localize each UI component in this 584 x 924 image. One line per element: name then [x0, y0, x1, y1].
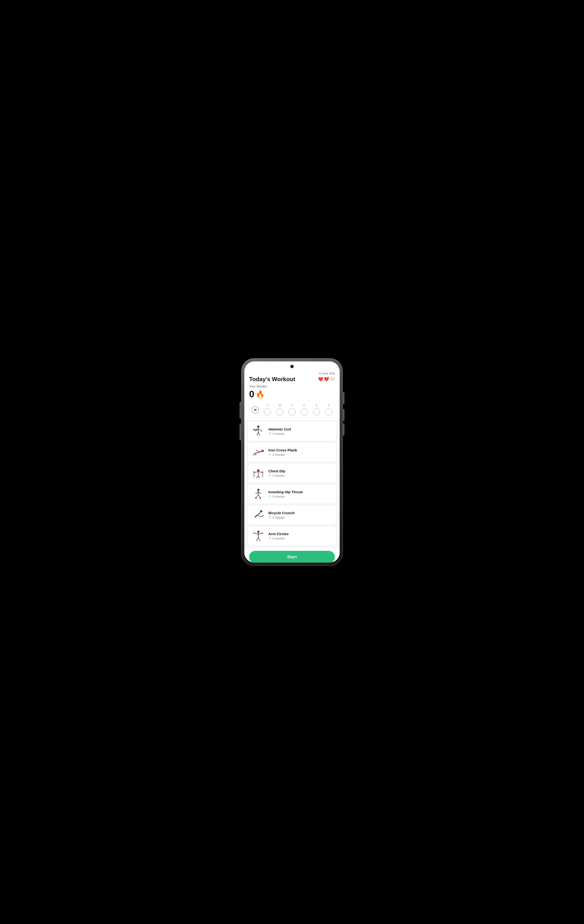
streak-count: 0 🔥	[249, 389, 335, 399]
svg-line-41	[257, 515, 261, 517]
kneeling-hip-thrust-image	[251, 487, 266, 501]
exercise-duration: ⏱ 3 minutes	[268, 495, 333, 498]
svg-rect-6	[256, 429, 257, 430]
svg-line-32	[258, 492, 261, 493]
svg-line-48	[256, 538, 258, 541]
streak-number: 0	[249, 389, 254, 399]
svg-line-31	[255, 492, 258, 493]
phone-frame: 10 June 2024 Today's Workout ❤️ ❤️ 🤍 You…	[242, 358, 342, 566]
hammer-curl-info: Hammer Curl ⏱ 3 minutes	[268, 427, 333, 436]
exercise-duration: ⏱ 3 minutes	[268, 537, 333, 540]
clock-icon: ⏱	[268, 474, 271, 477]
exercise-duration: ⏱ 3 minutes	[268, 432, 333, 436]
start-button[interactable]: Start	[249, 551, 335, 563]
day-monday[interactable]: M	[249, 406, 261, 414]
clock-icon: ⏱	[268, 432, 271, 436]
list-item[interactable]: Bicycle Crunch ⏱ 3 minutes	[248, 506, 336, 525]
date: 10 June 2024	[249, 372, 335, 375]
title-hearts-row: Today's Workout ❤️ ❤️ 🤍	[249, 376, 335, 383]
iron-cross-plank-info: Iron Cross Plank ⏱ 3 minutes	[268, 448, 333, 457]
list-item[interactable]: Hammer Curl ⏱ 3 minutes	[248, 422, 336, 441]
heart-3: 🤍	[329, 376, 335, 382]
phone-screen: 10 June 2024 Today's Workout ❤️ ❤️ 🤍 You…	[244, 361, 340, 563]
heart-1: ❤️	[318, 376, 323, 382]
svg-point-44	[257, 531, 260, 533]
day-tuesday[interactable]: T	[261, 404, 274, 415]
flame-icon: 🔥	[256, 390, 265, 398]
workout-list: Hammer Curl ⏱ 3 minutes	[244, 419, 340, 548]
days-grid: M T W T F	[249, 404, 335, 417]
kneeling-hip-thrust-info: Kneeling Hip Thrust ⏱ 3 minutes	[268, 490, 333, 498]
bicycle-crunch-info: Bicycle Crunch ⏱ 3 minutes	[268, 511, 333, 519]
svg-line-42	[261, 515, 264, 517]
svg-point-37	[260, 510, 262, 513]
list-item[interactable]: Arm Circles ⏱ 3 minutes	[248, 526, 336, 546]
svg-line-46	[253, 533, 258, 534]
svg-line-34	[258, 495, 260, 498]
hammer-curl-image	[251, 425, 266, 438]
svg-point-17	[253, 455, 254, 455]
camera-dot	[290, 365, 294, 368]
exercise-duration: ⏱ 3 minutes	[268, 474, 333, 477]
clock-icon: ⏱	[268, 516, 271, 519]
clock-icon: ⏱	[268, 453, 271, 457]
svg-point-18	[255, 455, 256, 455]
header: 10 June 2024 Today's Workout ❤️ ❤️ 🤍	[244, 370, 340, 384]
iron-cross-plank-image	[251, 446, 266, 459]
svg-line-33	[256, 495, 258, 498]
heart-2: ❤️	[324, 376, 329, 382]
svg-line-27	[256, 476, 258, 478]
svg-line-13	[256, 450, 260, 452]
svg-point-36	[260, 497, 261, 499]
day-sunday[interactable]: S	[323, 404, 335, 415]
chest-dip-image	[251, 467, 266, 480]
svg-point-19	[257, 469, 260, 472]
exercise-name: Hammer Curl	[268, 427, 333, 431]
screen-content: 10 June 2024 Today's Workout ❤️ ❤️ 🤍 You…	[244, 370, 340, 563]
svg-line-47	[258, 533, 263, 534]
svg-line-7	[258, 429, 261, 431]
day-thursday[interactable]: T	[286, 404, 298, 415]
day-saturday[interactable]: S	[310, 404, 323, 415]
svg-line-49	[258, 538, 260, 541]
camera-bar	[244, 361, 340, 370]
svg-line-9	[257, 432, 258, 436]
exercise-name: Iron Cross Plank	[268, 448, 333, 452]
svg-line-28	[258, 476, 260, 478]
exercise-name: Arm Circles	[268, 532, 333, 536]
streaks-section: Your Streaks 0 🔥	[244, 384, 340, 402]
chest-dip-info: Chest Dip ⏱ 3 minutes	[268, 469, 333, 477]
days-row: M T W T F	[244, 402, 340, 419]
bicycle-crunch-image	[251, 508, 266, 522]
exercise-duration: ⏱ 3 minutes	[268, 516, 333, 519]
exercise-name: Chest Dip	[268, 469, 333, 473]
list-item[interactable]: Iron Cross Plank ⏱ 3 minutes	[248, 443, 336, 462]
exercise-name: Bicycle Crunch	[268, 511, 333, 515]
svg-point-29	[257, 489, 260, 491]
list-item[interactable]: Chest Dip ⏱ 3 minutes	[248, 464, 336, 483]
list-item[interactable]: Kneeling Hip Thrust ⏱ 3 minutes	[248, 485, 336, 503]
svg-point-0	[257, 426, 260, 428]
exercise-name: Kneeling Hip Thrust	[268, 490, 333, 494]
svg-line-8	[261, 431, 262, 432]
svg-point-35	[255, 497, 256, 499]
clock-icon: ⏱	[268, 495, 271, 498]
svg-line-10	[258, 432, 260, 436]
day-wednesday[interactable]: W	[274, 404, 286, 415]
streaks-label: Your Streaks	[249, 384, 335, 388]
exercise-duration: ⏱ 3 minutes	[268, 453, 333, 457]
clock-icon: ⏱	[268, 537, 271, 540]
hearts-container: ❤️ ❤️ 🤍	[318, 376, 335, 382]
bottom-area: Start	[244, 548, 340, 563]
arm-circles-info: Arm Circles ⏱ 3 minutes	[268, 532, 333, 540]
page-title: Today's Workout	[249, 376, 295, 383]
day-friday[interactable]: F	[298, 404, 310, 415]
svg-rect-5	[254, 429, 256, 430]
arm-circles-image	[251, 530, 266, 543]
